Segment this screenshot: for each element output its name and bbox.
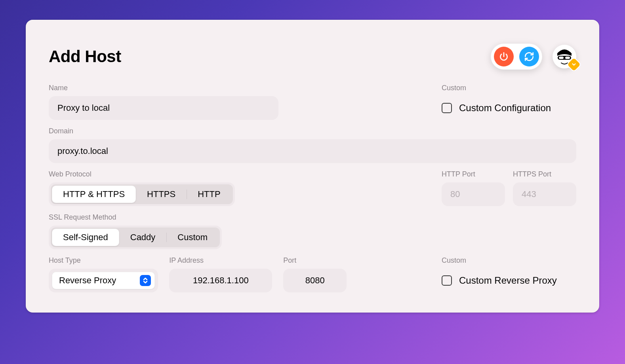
add-host-window: Add Host (26, 20, 599, 313)
svg-rect-2 (559, 57, 564, 59)
custom-section-top: Custom Custom Configuration (442, 84, 576, 120)
custom-label-bottom: Custom (442, 256, 576, 265)
domain-label: Domain (49, 127, 576, 135)
header-actions (491, 44, 576, 70)
refresh-button[interactable] (519, 47, 539, 66)
http-port-label: HTTP Port (442, 170, 505, 178)
protocol-columns: Web Protocol HTTP & HTTPS HTTPS HTTP SSL… (49, 170, 576, 256)
https-port-field: HTTPS Port (513, 170, 576, 206)
port-label: Port (283, 256, 347, 265)
domain-input[interactable] (49, 139, 576, 163)
custom-configuration-checkbox[interactable]: Custom Configuration (442, 96, 576, 120)
http-port-field: HTTP Port (442, 170, 505, 206)
ssl-method-option-self-signed[interactable]: Self-Signed (52, 229, 119, 246)
port-field: Port (283, 256, 347, 292)
bottom-row: Host Type Reverse Proxy IP Address Port (49, 256, 576, 300)
web-protocol-label: Web Protocol (49, 170, 421, 178)
ssl-method-segmented: Self-Signed Caddy Custom (49, 226, 222, 249)
ip-address-label: IP Address (169, 256, 272, 265)
name-input[interactable] (49, 96, 278, 120)
web-protocol-option-http[interactable]: HTTP (187, 186, 231, 203)
checkbox-box (442, 275, 452, 286)
custom-reverse-proxy-label: Custom Reverse Proxy (459, 275, 557, 286)
ssl-method-option-caddy[interactable]: Caddy (119, 229, 167, 246)
domain-field: Domain (49, 127, 576, 163)
ip-address-input[interactable] (169, 269, 272, 292)
custom-configuration-label: Custom Configuration (459, 102, 551, 114)
power-button[interactable] (494, 47, 514, 66)
https-port-input[interactable] (513, 182, 576, 206)
select-stepper-icon (140, 275, 151, 286)
form-right: Custom Custom Configuration (442, 84, 576, 127)
ssl-method-option-custom[interactable]: Custom (166, 229, 219, 246)
name-field: Name (49, 84, 278, 120)
web-protocol-option-http-https[interactable]: HTTP & HTTPS (52, 186, 136, 203)
https-port-label: HTTPS Port (513, 170, 576, 178)
ssl-method-field: SSL Request Method Self-Signed Caddy Cus… (49, 213, 421, 249)
action-pill (491, 44, 542, 70)
web-protocol-field: Web Protocol HTTP & HTTPS HTTPS HTTP (49, 170, 421, 206)
svg-rect-3 (565, 57, 570, 59)
ports-right: HTTP Port HTTPS Port (442, 170, 576, 256)
form-left: Name (49, 84, 421, 127)
web-protocol-option-https[interactable]: HTTPS (136, 186, 187, 203)
refresh-icon (524, 51, 534, 62)
avatar[interactable] (553, 45, 576, 68)
custom-reverse-proxy-checkbox[interactable]: Custom Reverse Proxy (442, 269, 576, 292)
http-port-input[interactable] (442, 182, 505, 206)
bottom-left: Host Type Reverse Proxy IP Address Port (49, 256, 421, 300)
custom-label-top: Custom (442, 84, 576, 92)
chevron-down-icon (571, 62, 577, 67)
header: Add Host (49, 44, 576, 70)
port-input[interactable] (283, 269, 347, 292)
protocol-left: Web Protocol HTTP & HTTPS HTTPS HTTP SSL… (49, 170, 421, 256)
web-protocol-segmented: HTTP & HTTPS HTTPS HTTP (49, 182, 235, 206)
host-type-label: Host Type (49, 256, 158, 265)
power-icon (499, 51, 509, 62)
ports-row: HTTP Port HTTPS Port (442, 170, 576, 213)
host-type-select[interactable]: Reverse Proxy (49, 269, 158, 292)
name-label: Name (49, 84, 278, 92)
checkbox-box (442, 103, 452, 113)
host-type-field: Host Type Reverse Proxy (49, 256, 158, 292)
ssl-method-label: SSL Request Method (49, 213, 421, 222)
form-columns: Name Custom Custom Configuration (49, 84, 576, 127)
custom-section-bottom: Custom Custom Reverse Proxy (442, 256, 576, 292)
ip-address-field: IP Address (169, 256, 272, 292)
page-title: Add Host (49, 47, 121, 66)
host-type-value: Reverse Proxy (59, 275, 116, 286)
bottom-right: Custom Custom Reverse Proxy (442, 256, 576, 300)
